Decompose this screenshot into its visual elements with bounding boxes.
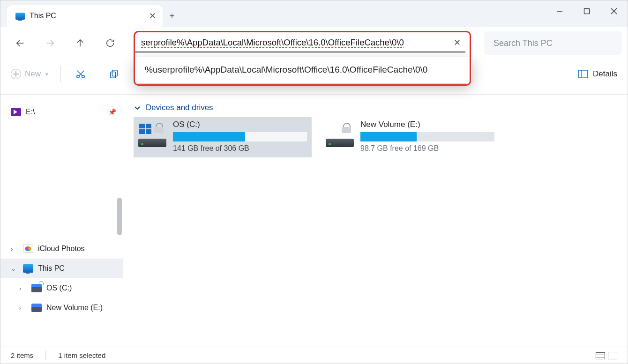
chevron-down-icon <box>134 104 141 111</box>
svg-rect-12 <box>111 72 116 78</box>
chevron-right-icon: › <box>19 285 27 292</box>
sidebar-item-label: OS (C:) <box>46 284 72 292</box>
tab-title: This PC <box>30 12 56 20</box>
pin-icon: 📌 <box>108 108 116 116</box>
drive-free-text: 98.7 GB free of 169 GB <box>360 144 494 153</box>
svg-rect-1 <box>584 9 590 14</box>
close-button[interactable] <box>600 0 628 22</box>
back-button[interactable] <box>6 29 34 57</box>
drive-os-c[interactable]: OS (C:) 141 GB free of 306 GB <box>134 117 312 157</box>
search-box[interactable] <box>484 31 622 55</box>
maximize-button[interactable] <box>573 0 600 22</box>
chevron-right-icon: › <box>19 305 27 312</box>
item-count: 2 items <box>11 351 33 359</box>
cut-button[interactable] <box>73 67 88 82</box>
tiles-view-button[interactable] <box>608 352 617 359</box>
plus-circle-icon <box>11 69 21 79</box>
os-drive-icon <box>138 123 166 151</box>
sidebar-item-label: New Volume (E:) <box>46 304 103 312</box>
drive-free-text: 141 GB free of 306 GB <box>173 144 307 153</box>
details-icon <box>578 70 588 78</box>
new-button[interactable]: New ▾ <box>11 69 48 79</box>
explorer-body: E:\ 📌 › iCloud Photos ⌄ This PC › OS (C:… <box>0 94 628 347</box>
refresh-button[interactable] <box>96 29 124 57</box>
drive-new-volume-e[interactable]: New Volume (E:) 98.7 GB free of 169 GB <box>321 117 499 157</box>
sidebar-item-label: This PC <box>38 264 65 273</box>
capacity-bar <box>173 132 307 141</box>
drive-icon <box>31 304 42 312</box>
navigation-bar: serprofile%\AppData\Local\Microsoft\Offi… <box>0 27 628 59</box>
content-pane[interactable]: Devices and drives OS (C:) 141 GB free o… <box>123 95 628 347</box>
title-bar: This PC ✕ + <box>0 0 628 27</box>
group-label: Devices and drives <box>146 103 213 112</box>
drive-icon <box>31 284 42 292</box>
address-suggestions: %userprofile%\AppData\Local\Microsoft\Of… <box>135 57 472 83</box>
copy-button[interactable] <box>107 67 122 82</box>
address-text: serprofile%\AppData\Local\Microsoft\Offi… <box>141 37 404 48</box>
capacity-bar <box>360 132 494 141</box>
separator <box>45 351 46 360</box>
plus-icon: + <box>169 11 175 22</box>
address-clear-button[interactable]: ✕ <box>454 37 461 48</box>
up-button[interactable] <box>66 29 94 57</box>
scrollbar-thumb[interactable] <box>117 198 122 235</box>
separator <box>60 66 61 82</box>
sidebar-item-label: iCloud Photos <box>38 245 85 253</box>
view-mode-buttons <box>596 352 617 359</box>
new-tab-button[interactable]: + <box>163 5 181 27</box>
list-view-button[interactable] <box>596 352 605 359</box>
details-view-button[interactable]: Details <box>578 69 617 79</box>
video-folder-icon <box>11 108 21 116</box>
drive-icon <box>326 123 354 151</box>
minimize-button[interactable] <box>546 0 573 22</box>
chevron-down-icon: ⌄ <box>11 265 18 272</box>
sidebar-item-e-drive[interactable]: E:\ 📌 <box>0 102 123 122</box>
sidebar-item-label: E:\ <box>26 108 35 116</box>
navigation-pane[interactable]: E:\ 📌 › iCloud Photos ⌄ This PC › OS (C:… <box>0 95 123 347</box>
forward-button[interactable] <box>36 29 64 57</box>
icloud-photos-icon <box>23 245 33 253</box>
search-input[interactable] <box>493 38 613 48</box>
sidebar-item-os-c[interactable]: › OS (C:) <box>0 278 123 298</box>
chevron-right-icon: › <box>11 245 18 253</box>
address-bar[interactable]: serprofile%\AppData\Local\Microsoft\Offi… <box>135 34 465 52</box>
drive-name: OS (C:) <box>173 120 307 129</box>
this-pc-icon <box>23 264 33 273</box>
status-bar: 2 items 1 item selected <box>0 347 628 364</box>
tab-close-button[interactable]: ✕ <box>149 11 156 21</box>
sidebar-item-this-pc[interactable]: ⌄ This PC <box>0 259 123 278</box>
svg-rect-11 <box>112 70 117 76</box>
sidebar-item-icloud[interactable]: › iCloud Photos <box>0 239 123 259</box>
new-label: New <box>25 69 41 79</box>
group-header-devices[interactable]: Devices and drives <box>134 103 617 112</box>
drive-name: New Volume (E:) <box>360 120 494 129</box>
svg-rect-13 <box>578 70 588 78</box>
selection-count: 1 item selected <box>58 351 105 359</box>
sidebar-item-new-volume[interactable]: › New Volume (E:) <box>0 298 123 318</box>
this-pc-icon <box>15 13 25 20</box>
chevron-down-icon: ▾ <box>45 71 48 77</box>
tab-this-pc[interactable]: This PC ✕ <box>7 5 163 27</box>
drives-list: OS (C:) 141 GB free of 306 GB New Volume… <box>134 117 617 157</box>
address-suggestion-item[interactable]: %userprofile%\AppData\Local\Microsoft\Of… <box>135 62 472 78</box>
details-label: Details <box>593 69 617 79</box>
